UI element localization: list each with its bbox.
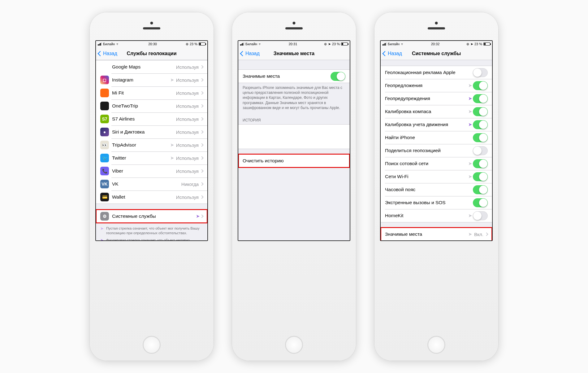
service-switch[interactable] bbox=[473, 211, 488, 220]
service-switch[interactable] bbox=[473, 198, 488, 207]
app-name: OneTwoTrip bbox=[112, 103, 176, 109]
history-header: ИСТОРИЯ bbox=[238, 112, 350, 124]
service-row[interactable]: Сети Wi-Fi➤ bbox=[381, 170, 492, 183]
location-arrow-icon: ➤ bbox=[468, 122, 472, 127]
service-row[interactable]: Геопредложения➤ bbox=[381, 79, 492, 92]
significant-locations-row[interactable]: Значимые места ➤ Вкл. bbox=[381, 228, 492, 240]
service-row[interactable]: Геолокационная реклама Apple bbox=[381, 66, 492, 79]
app-row[interactable]: 📞ViberИспользуя bbox=[96, 165, 207, 178]
service-label: Сети Wi-Fi bbox=[385, 174, 468, 179]
service-switch[interactable] bbox=[473, 68, 488, 77]
chevron-icon bbox=[200, 104, 203, 108]
alarm-icon: ⊛ bbox=[324, 42, 327, 46]
app-status: Используя bbox=[176, 195, 199, 200]
clear-history-row[interactable]: Очистить историю bbox=[238, 154, 350, 167]
service-row[interactable]: Поделиться геопозицией bbox=[381, 144, 492, 157]
service-label: Геолокационная реклама Apple bbox=[385, 70, 473, 75]
service-switch[interactable] bbox=[473, 120, 488, 129]
camera-dot bbox=[293, 22, 296, 24]
screen-3: Билайн ᯤ 20:32 ⊛ ➤ 23 % Назад Системные … bbox=[380, 40, 493, 241]
significant-locations-row-wrap: Значимые места ➤ Вкл. bbox=[381, 227, 492, 240]
significant-locations-toggle-row[interactable]: Значимые места bbox=[238, 70, 350, 83]
app-row[interactable]: OneTwoTripИспользуя bbox=[96, 99, 207, 112]
app-row[interactable]: ●Siri и ДиктовкаИспользуя bbox=[96, 125, 207, 138]
service-row[interactable]: HomeKit➤ bbox=[381, 209, 492, 222]
significant-footer: Разрешить iPhone запоминать значимые для… bbox=[238, 83, 350, 112]
service-row[interactable]: Поиск сотовой сети➤ bbox=[381, 157, 492, 170]
chevron-icon bbox=[485, 232, 488, 236]
signal-icon bbox=[240, 42, 244, 46]
app-row[interactable]: 💳WalletИспользуя bbox=[96, 191, 207, 204]
chevron-icon bbox=[200, 91, 203, 94]
significant-locations-label: Значимые места bbox=[385, 231, 468, 237]
status-bar: Билайн ᯤ 20:31 ⊛ ➤ 23 % bbox=[238, 41, 350, 47]
app-row[interactable]: ◻Instagram➤Используя bbox=[96, 73, 207, 86]
service-switch[interactable] bbox=[473, 159, 488, 168]
service-switch[interactable] bbox=[473, 107, 488, 116]
phone-frame-2: Билайн ᯤ 20:31 ⊛ ➤ 23 % Назад Значимые м… bbox=[232, 12, 356, 361]
service-switch[interactable] bbox=[473, 133, 488, 142]
app-icon: 👀 bbox=[100, 141, 109, 149]
app-row[interactable]: Mi FitИспользуя bbox=[96, 86, 207, 99]
home-button[interactable] bbox=[285, 336, 303, 354]
app-row[interactable]: 🗺Google MapsИспользуя bbox=[96, 60, 207, 73]
app-status: Используя bbox=[176, 90, 199, 96]
battery-pct: 23 % bbox=[474, 42, 482, 46]
legend-text-1: Пустая стрелка означает, что объект мог … bbox=[106, 226, 203, 235]
app-row[interactable]: VKVKНикогда bbox=[96, 178, 207, 191]
service-switch[interactable] bbox=[473, 81, 488, 90]
home-button[interactable] bbox=[427, 336, 445, 354]
service-switch[interactable] bbox=[473, 172, 488, 181]
service-label: Экстренные вызовы и SOS bbox=[385, 200, 473, 205]
location-arrow-icon: ➤ bbox=[468, 83, 472, 88]
content-1[interactable]: 🗺Google MapsИспользуя◻Instagram➤Использу… bbox=[96, 60, 207, 240]
significant-switch[interactable] bbox=[331, 72, 345, 81]
back-button[interactable]: Назад bbox=[383, 51, 402, 56]
status-bar: Билайн ᯤ 20:32 ⊛ ➤ 23 % bbox=[381, 41, 492, 47]
service-switch[interactable] bbox=[473, 185, 488, 194]
carrier-label: Билайн bbox=[103, 42, 115, 46]
service-switch[interactable] bbox=[473, 146, 488, 155]
location-arrow-icon: ➤ bbox=[196, 213, 200, 219]
clear-history-group: Очистить историю bbox=[238, 154, 350, 168]
screen-2: Билайн ᯤ 20:31 ⊛ ➤ 23 % Назад Значимые м… bbox=[238, 40, 350, 241]
wifi-icon: ᯤ bbox=[258, 42, 262, 46]
battery-pct: 23 % bbox=[190, 42, 197, 46]
app-row[interactable]: S7S7 AirlinesИспользуя bbox=[96, 112, 207, 125]
gear-icon: ⚙ bbox=[100, 212, 109, 221]
app-name: TripAdvisor bbox=[112, 142, 170, 148]
system-services-label: Системные службы bbox=[112, 213, 196, 219]
service-row[interactable]: Геопредупреждения➤ bbox=[381, 92, 492, 105]
service-row[interactable]: Найти iPhone bbox=[381, 131, 492, 144]
app-status: Используя bbox=[176, 116, 199, 122]
home-button[interactable] bbox=[143, 336, 161, 354]
service-switch[interactable] bbox=[473, 94, 488, 103]
app-icon: VK bbox=[100, 180, 109, 188]
location-arrow-icon: ➤ bbox=[468, 213, 472, 218]
service-label: Калибровка учета движения bbox=[385, 122, 468, 127]
app-name: Twitter bbox=[112, 155, 170, 161]
service-label: Геопредложения bbox=[385, 83, 468, 88]
app-row[interactable]: 👀TripAdvisor➤Используя bbox=[96, 138, 207, 151]
app-name: Instagram bbox=[112, 77, 170, 83]
service-row[interactable]: Часовой пояс bbox=[381, 183, 492, 196]
service-row[interactable]: Калибровка учета движения➤ bbox=[381, 118, 492, 131]
app-row[interactable]: 🐦Twitter➤Используя bbox=[96, 151, 207, 165]
signal-icon bbox=[98, 42, 102, 46]
system-services-row[interactable]: ⚙ Системные службы ➤ bbox=[96, 210, 207, 223]
legend-text-2: Фиолетовая стрелка означает, что объект … bbox=[106, 238, 203, 240]
location-icon: ➤ bbox=[328, 42, 331, 46]
service-row[interactable]: Калибровка компаса➤ bbox=[381, 105, 492, 118]
battery-icon bbox=[199, 42, 205, 46]
app-icon: ◻ bbox=[100, 76, 109, 84]
content-2[interactable]: Значимые места Разрешить iPhone запомина… bbox=[238, 60, 350, 240]
chevron-icon bbox=[200, 78, 203, 81]
location-arrow-icon: ➤ bbox=[468, 161, 472, 166]
app-status: ➤Используя bbox=[170, 142, 199, 148]
service-row[interactable]: Экстренные вызовы и SOS bbox=[381, 196, 492, 209]
legend-arrow-purple: ➤ bbox=[100, 238, 104, 240]
back-button[interactable]: Назад bbox=[98, 51, 117, 56]
nav-bar: Назад Значимые места bbox=[238, 47, 350, 60]
content-3[interactable]: Геолокационная реклама AppleГеопредложен… bbox=[381, 60, 492, 240]
back-button[interactable]: Назад bbox=[241, 51, 260, 56]
